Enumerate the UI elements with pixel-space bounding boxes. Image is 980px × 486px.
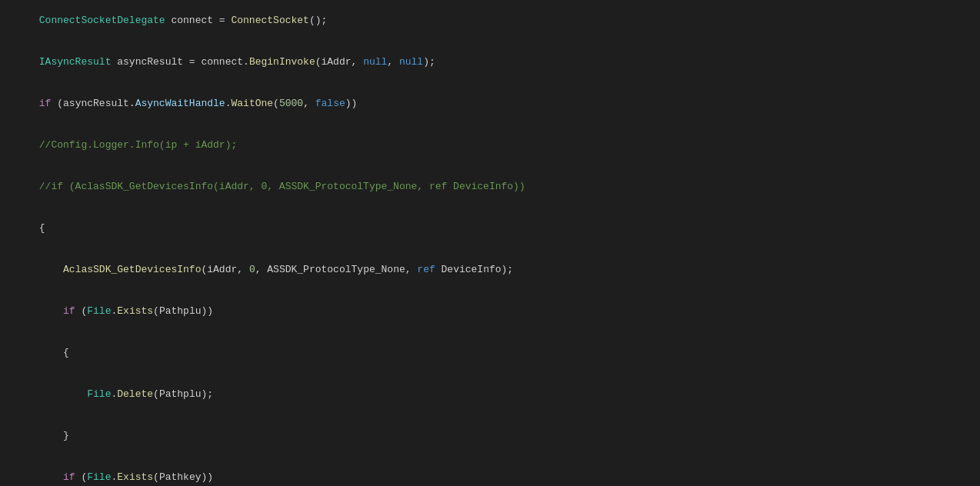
code-line-6: { [0,208,980,249]
code-line-12: if (File.Exists(Pathkey)) [0,457,980,486]
code-line-10: File.Delete(Pathplu); [0,374,980,415]
code-line-4: //Config.Logger.Info(ip + iAddr); [0,125,980,166]
code-line-3: if (asyncResult.AsyncWaitHandle.WaitOne(… [0,83,980,125]
code-line-11: } [0,415,980,457]
code-line-8: if (File.Exists(Pathplu)) [0,291,980,332]
code-editor: ConnectSocketDelegate connect = ConnectS… [0,0,980,486]
code-line-9: { [0,332,980,374]
code-line-7: AclasSDK_GetDevicesInfo(iAddr, 0, ASSDK_… [0,249,980,291]
code-line-5: //if (AclasSDK_GetDevicesInfo(iAddr, 0, … [0,166,980,208]
code-line-2: IAsyncResult asyncResult = connect.Begin… [0,42,980,83]
code-line-1: ConnectSocketDelegate connect = ConnectS… [0,0,980,42]
